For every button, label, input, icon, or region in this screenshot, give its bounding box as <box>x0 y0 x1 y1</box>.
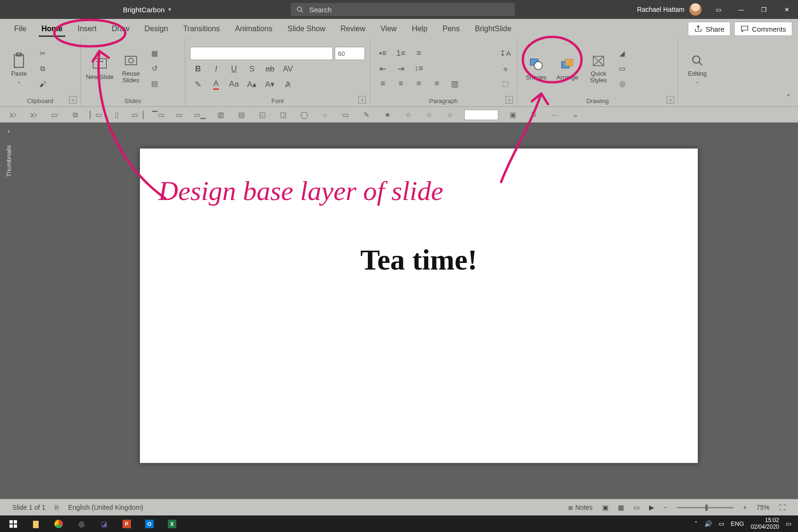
document-title[interactable]: BrightCarbon ▾ <box>123 6 171 14</box>
spellcheck-icon[interactable]: ⎘ <box>50 499 63 515</box>
chrome-taskbar-icon[interactable] <box>47 515 70 532</box>
arrange-button[interactable]: Arrange <box>553 46 581 91</box>
new-slide-button[interactable]: New Slide <box>86 46 114 91</box>
columns-button[interactable]: ▥ <box>447 78 463 90</box>
qat-overflow-button[interactable]: » <box>569 110 581 120</box>
qat-align-center-button[interactable]: ▯ <box>111 110 123 120</box>
line-spacing-button[interactable]: ↕≡ <box>411 62 427 75</box>
font-launcher[interactable]: ↘ <box>358 96 366 104</box>
editing-button[interactable]: Editing ⌄ <box>683 46 711 91</box>
paste-button[interactable]: Paste ⌄ <box>5 46 33 91</box>
shape-fill-button[interactable]: ◢ <box>616 47 629 60</box>
subscript-button[interactable]: X2 <box>7 110 19 120</box>
format-painter-button[interactable]: 🖌 <box>36 78 49 90</box>
italic-button[interactable]: I <box>208 63 224 75</box>
tab-help[interactable]: Help <box>404 20 435 38</box>
tab-pens[interactable]: Pens <box>435 20 467 38</box>
tab-transitions[interactable]: Transitions <box>175 20 227 38</box>
qat-duration-combo[interactable] <box>464 110 498 120</box>
bold-button[interactable]: B <box>190 63 206 75</box>
maximize-button[interactable]: ❐ <box>753 0 775 19</box>
justify-button[interactable]: ≡ <box>429 78 445 90</box>
qat-align-bottom-button[interactable]: ▭▁ <box>194 110 206 120</box>
tab-review[interactable]: Review <box>333 20 373 38</box>
increase-indent-button[interactable]: ⇥ <box>393 62 409 75</box>
align-right-button[interactable]: ≡ <box>411 78 427 90</box>
align-center-button[interactable]: ≡ <box>393 78 409 90</box>
thumbnail-rail[interactable]: › Thumbnails <box>0 122 17 499</box>
notes-toggle[interactable]: ≣ Notes <box>563 499 598 515</box>
tray-language[interactable]: ENG <box>731 520 744 527</box>
copy-button[interactable]: ⧉ <box>36 62 49 75</box>
tray-chevron-icon[interactable]: ˄ <box>694 520 698 527</box>
shape-outline-button[interactable]: ▭ <box>616 62 629 75</box>
qat-rect-button[interactable]: ▭ <box>339 110 352 120</box>
search-box[interactable]: Search <box>291 3 515 16</box>
tray-clock[interactable]: 15:02 02/04/2020 <box>751 517 779 530</box>
shrink-font-button[interactable]: A▾ <box>262 78 278 90</box>
cut-button[interactable]: ✂ <box>36 47 49 60</box>
qat-bring-forward-button[interactable]: ◱ <box>256 110 269 120</box>
share-button[interactable]: Share <box>688 22 730 36</box>
clipboard-launcher[interactable]: ↘ <box>69 96 77 104</box>
paragraph-launcher[interactable]: ↘ <box>505 96 513 104</box>
qat-align-right-button[interactable]: ▭▕ <box>131 110 144 120</box>
tab-design[interactable]: Design <box>137 20 176 38</box>
qat-star3-button[interactable]: ☆ <box>443 110 456 120</box>
qat-selection-pane-button[interactable]: ▣ <box>507 110 519 120</box>
qat-align-middle-button[interactable]: ▭ <box>173 110 185 120</box>
minimize-button[interactable]: ― <box>730 0 753 19</box>
zoom-value[interactable]: 75% <box>752 499 774 515</box>
tray-volume-icon[interactable]: 🔊 <box>704 520 712 527</box>
zoom-out-button[interactable]: − <box>659 499 672 515</box>
decrease-indent-button[interactable]: ⇤ <box>375 62 391 75</box>
outlook-taskbar-icon[interactable]: O <box>138 515 161 532</box>
tab-brightslide[interactable]: BrightSlide <box>468 20 519 38</box>
zoom-slider[interactable] <box>677 507 734 508</box>
ribbon-display-button[interactable]: ▭ <box>707 0 730 19</box>
tray-battery-icon[interactable]: ▭ <box>719 520 724 527</box>
quick-styles-button[interactable]: Quick Styles <box>584 46 613 91</box>
shape-effects-button[interactable]: ◎ <box>616 78 629 90</box>
comments-button[interactable]: Comments <box>734 22 792 36</box>
slide-canvas-area[interactable]: Tea time! <box>17 122 798 499</box>
change-case-button[interactable]: Aa <box>226 78 242 90</box>
close-button[interactable]: ✕ <box>775 0 798 19</box>
qat-align-button[interactable]: ▭ <box>48 110 61 120</box>
tab-insert[interactable]: Insert <box>70 20 104 38</box>
qat-group-button[interactable]: ⧉ <box>69 110 81 120</box>
teams-taskbar-icon[interactable]: ◪ <box>93 515 115 532</box>
collapse-ribbon-button[interactable]: ⌃ <box>785 93 791 102</box>
qat-dist-h-button[interactable]: ▥ <box>215 110 227 120</box>
shadow-button[interactable]: S <box>244 63 260 75</box>
drawing-launcher[interactable]: ↘ <box>667 96 674 104</box>
strike-button[interactable]: ab <box>262 63 278 75</box>
highlight-button[interactable]: ✎ <box>190 78 206 90</box>
font-size-combo[interactable]: 60 <box>335 47 365 60</box>
clear-format-button[interactable]: A̷ <box>280 78 296 90</box>
section-button[interactable]: ▤ <box>148 78 161 90</box>
qat-star2-button[interactable]: ☆ <box>423 110 435 120</box>
qat-align-left-button[interactable]: ▏▭ <box>90 110 102 120</box>
underline-button[interactable]: U <box>226 63 242 75</box>
qat-eyedropper-button[interactable]: ✎ <box>360 110 373 120</box>
qat-circle-button[interactable]: ○ <box>319 110 331 120</box>
superscript-button[interactable]: X2 <box>27 110 40 120</box>
align-text-button[interactable]: ⎆ <box>499 62 512 75</box>
shapes-button[interactable]: Shapes <box>522 46 550 91</box>
layout-button[interactable]: ▦ <box>148 47 161 60</box>
fit-to-window-button[interactable]: ⛶ <box>774 499 790 515</box>
qat-reorder-button[interactable]: ↻ <box>528 110 540 120</box>
qat-dist-v-button[interactable]: ▤ <box>235 110 248 120</box>
app1-taskbar-icon[interactable]: ◎ <box>70 515 93 532</box>
start-button[interactable] <box>2 515 25 532</box>
numbering-button[interactable]: 1≡ <box>393 47 409 60</box>
grow-font-button[interactable]: A▴ <box>244 78 260 90</box>
reading-view-button[interactable]: ▭ <box>629 499 644 515</box>
qat-more-button[interactable]: ⋯ <box>548 110 561 120</box>
qat-star1-button[interactable]: ☆ <box>402 110 414 120</box>
slideshow-view-button[interactable]: ▶ <box>644 499 659 515</box>
qat-align-top-button[interactable]: ▔▭ <box>152 110 165 120</box>
zoom-in-button[interactable]: + <box>738 499 752 515</box>
language-status[interactable]: English (United Kingdom) <box>63 499 148 515</box>
